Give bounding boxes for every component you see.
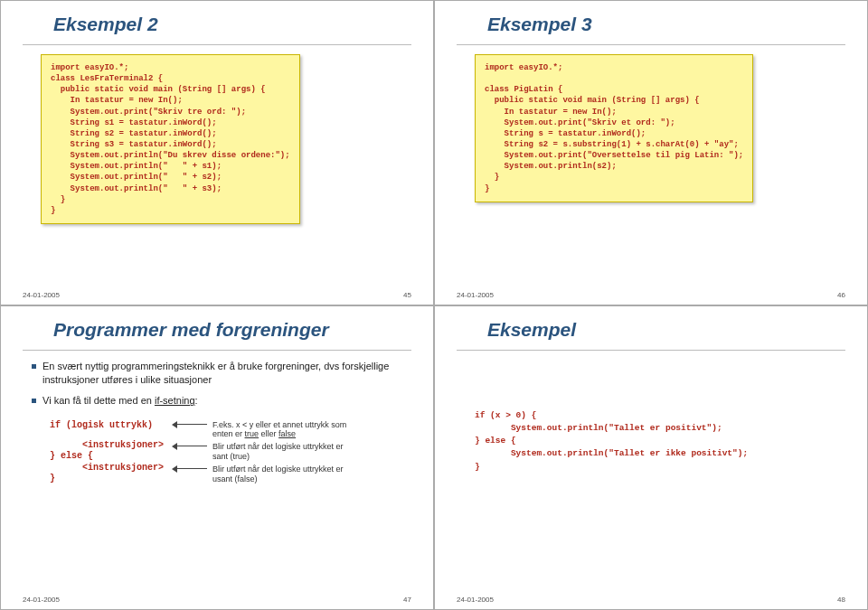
syntax-diagram: if (logisk uttrykk) F.eks. x < y eller e… <box>23 419 411 485</box>
footer-page: 45 <box>403 291 411 299</box>
code-box: import easyIO.*; class LesFraTerminal2 {… <box>41 54 300 224</box>
annot-row: if (logisk uttrykk) F.eks. x < y eller e… <box>50 420 411 440</box>
divider <box>23 44 411 45</box>
arrow-icon <box>176 465 212 474</box>
slide-46: Eksempel 3 import easyIO.*; class PigLat… <box>434 0 868 305</box>
slide-48: Eksempel if (x > 0) { System.out.println… <box>434 305 868 611</box>
footer-page: 46 <box>837 291 845 299</box>
annot-row: } Blir utført når det logiske uttrykket … <box>50 474 411 484</box>
bullet-text: Vi kan få til dette med en if-setning: <box>42 394 198 408</box>
code-box: import easyIO.*; class PigLatin { public… <box>475 54 753 202</box>
slide-47: Programmer med forgreninger En svært nyt… <box>0 305 434 611</box>
bullet-list: En svært nyttig programmeringsteknikk er… <box>32 360 411 416</box>
slide-footer: 24-01-2005 47 <box>23 596 411 604</box>
note-underline: true <box>245 429 259 438</box>
bullet-text: En svært nyttig programmeringsteknikk er… <box>42 360 411 388</box>
bullet-text-part: : <box>195 395 198 406</box>
arrow-icon <box>176 442 212 451</box>
footer-date: 24-01-2005 <box>23 596 60 604</box>
bullet-item: En svært nyttig programmeringsteknikk er… <box>32 360 411 388</box>
slide-45: Eksempel 2 import easyIO.*; class LesFra… <box>0 0 434 305</box>
bullet-icon <box>32 399 36 403</box>
bullet-item: Vi kan få til dette med en if-setning: <box>32 394 411 408</box>
annotation-note: Blir utført når det logiske uttrykket er… <box>212 465 348 484</box>
annotation-note: Blir utført når det logiske uttrykket er… <box>212 442 348 462</box>
slide-footer: 24-01-2005 48 <box>457 596 845 604</box>
slide-footer: 24-01-2005 45 <box>23 291 411 299</box>
note-part: eller <box>259 429 278 438</box>
code-snippet: if (x > 0) { System.out.println("Tallet … <box>475 409 845 474</box>
code-fragment: } <box>50 474 176 483</box>
slide-title: Eksempel 3 <box>487 14 845 35</box>
code-fragment: <instruksjoner> <box>50 440 176 450</box>
slide-footer: 24-01-2005 46 <box>457 291 845 299</box>
divider <box>23 350 411 351</box>
bullet-icon <box>32 364 36 369</box>
slide-title: Programmer med forgreninger <box>53 319 411 341</box>
slide-title: Eksempel 2 <box>53 14 411 35</box>
footer-page: 48 <box>837 596 845 604</box>
bullet-text-underline: if-setning <box>155 395 195 406</box>
footer-date: 24-01-2005 <box>457 596 494 604</box>
footer-page: 47 <box>403 596 411 604</box>
code-fragment: if (logisk uttrykk) <box>50 420 176 430</box>
annot-row: } else { Blir utført når det logiske utt… <box>50 451 411 462</box>
footer-date: 24-01-2005 <box>457 291 494 299</box>
footer-date: 24-01-2005 <box>23 291 60 299</box>
arrow-icon <box>176 420 212 429</box>
slide-title: Eksempel <box>487 319 845 341</box>
code-fragment: } else { <box>50 451 176 461</box>
code-fragment: <instruksjoner> <box>50 463 176 473</box>
divider <box>457 350 845 351</box>
bullet-text-part: Vi kan få til dette med en <box>42 395 155 406</box>
annotation-note: F.eks. x < y eller et annet uttrykk som … <box>212 420 348 440</box>
note-underline: false <box>278 429 296 438</box>
divider <box>457 44 845 45</box>
